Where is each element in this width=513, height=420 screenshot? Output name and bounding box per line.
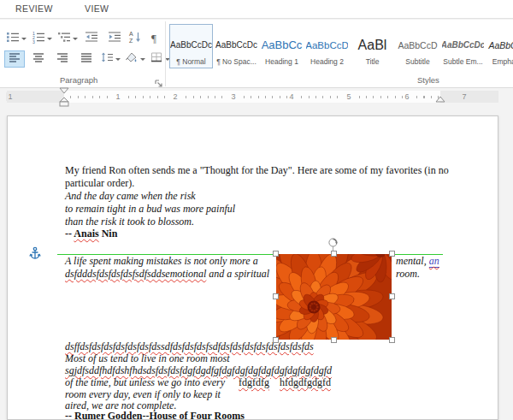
misspelled-word: hfdgdfgdgfd bbox=[280, 376, 331, 388]
rotate-handle[interactable] bbox=[327, 236, 339, 247]
wrap-line-right: room. bbox=[396, 268, 420, 280]
document-page[interactable]: My friend Ron often sends me a "Thought … bbox=[7, 115, 498, 420]
flower-photo bbox=[276, 254, 392, 340]
indent-marker-right[interactable] bbox=[435, 96, 445, 104]
attribution-line: -- Rumer Godden--House of Four Rooms bbox=[65, 410, 245, 420]
ruler-mark: 1 bbox=[6, 92, 15, 101]
paragraph-line: particular order). bbox=[65, 177, 134, 189]
align-right-icon bbox=[56, 50, 69, 68]
style-normal[interactable]: AaBbCcDc ¶ Normal bbox=[169, 24, 213, 68]
numbering-button[interactable]: 123 bbox=[30, 30, 54, 47]
ribbon: 123 AZ ¶ bbox=[0, 20, 513, 88]
misspelled-word: sgjdfsddfhdfdshfhdsdsfdsfdsfdgfdgdfgfdgf… bbox=[65, 364, 332, 376]
resize-handle-s[interactable] bbox=[331, 337, 337, 343]
paragraph-dialog-launcher[interactable] bbox=[154, 76, 163, 86]
resize-handle-w[interactable] bbox=[273, 293, 279, 299]
increase-indent-icon bbox=[108, 30, 121, 47]
style-name: ¶ Normal bbox=[176, 57, 205, 66]
style-sample: AaBbCcD bbox=[305, 35, 349, 57]
style-emphasis[interactable]: AaBbCcD Emphasis bbox=[486, 24, 513, 68]
style-sample: AaBbCcD bbox=[398, 35, 437, 57]
misspelled-word: fdgfdfg bbox=[239, 376, 269, 388]
style-subtle-emphasis[interactable]: AaBbCcDc Subtle Em... bbox=[441, 24, 485, 68]
style-heading-1[interactable]: AaBbCc Heading 1 bbox=[260, 24, 304, 68]
chevron-down-icon bbox=[47, 38, 52, 40]
shading-button[interactable] bbox=[123, 50, 147, 68]
shading-icon bbox=[125, 50, 139, 68]
pilcrow-icon: ¶ bbox=[151, 32, 156, 45]
align-center-icon bbox=[32, 50, 45, 68]
style-name: Subtitle bbox=[405, 57, 429, 66]
svg-text:3: 3 bbox=[32, 39, 35, 44]
style-sample: AaBbCcDc bbox=[441, 35, 485, 57]
object-anchor-icon bbox=[29, 246, 41, 260]
inserted-word[interactable]: an bbox=[429, 255, 439, 268]
styles-gallery: AaBbCcDc ¶ Normal AaBbCcDc ¶ No Spac... … bbox=[169, 24, 513, 68]
quote-line: than the risk it took to blossom. bbox=[65, 216, 194, 228]
style-sample: AaBbCcDc bbox=[215, 35, 257, 57]
sort-icon: AZ bbox=[128, 30, 142, 47]
flower-image[interactable] bbox=[276, 254, 392, 340]
style-sample: AaBbCc bbox=[262, 35, 303, 57]
style-sample: AaBbCcDc bbox=[170, 35, 212, 57]
ruler-mark: 2 bbox=[171, 92, 180, 101]
tab-view[interactable]: VIEW bbox=[85, 3, 109, 14]
indent-marker-left[interactable] bbox=[59, 87, 69, 108]
paragraph-line: room every day, even if only to keep it bbox=[65, 388, 221, 400]
justify-button[interactable] bbox=[76, 50, 97, 68]
style-name: Subtle Em... bbox=[443, 57, 482, 66]
style-heading-2[interactable]: AaBbCcD Heading 2 bbox=[305, 24, 349, 68]
ruler-mark: 6 bbox=[403, 92, 411, 101]
style-name: Title bbox=[366, 57, 380, 66]
styles-group-label: Styles bbox=[417, 75, 439, 85]
line-spacing-icon bbox=[100, 50, 114, 68]
quote-line: to remain tight in a bud was more painfu… bbox=[65, 203, 235, 215]
paragraph-line: of the time, but unless we go into every… bbox=[65, 376, 331, 388]
chevron-down-icon bbox=[115, 58, 121, 61]
style-no-spacing[interactable]: AaBbCcDc ¶ No Spac... bbox=[215, 24, 258, 68]
multilevel-list-icon bbox=[57, 30, 71, 47]
borders-button[interactable] bbox=[148, 50, 172, 68]
resize-handle-sw[interactable] bbox=[273, 337, 279, 343]
paragraph-line: Most of us tend to live in one room most bbox=[65, 352, 230, 364]
line-spacing-button[interactable] bbox=[98, 50, 122, 68]
decrease-indent-icon bbox=[85, 30, 98, 47]
decrease-indent-button[interactable] bbox=[82, 30, 101, 47]
resize-handle-nw[interactable] bbox=[273, 251, 279, 257]
resize-handle-se[interactable] bbox=[389, 337, 395, 343]
word-window: REVIEW VIEW 123 AZ ¶ bbox=[0, 0, 513, 420]
borders-icon bbox=[150, 50, 163, 68]
misspelled-word: Anais bbox=[74, 228, 98, 240]
style-title[interactable]: AaBl Title bbox=[351, 24, 394, 68]
resize-handle-ne[interactable] bbox=[389, 251, 395, 257]
paragraph-line: sgjdfsddfhdfdshfhdsdsfdsfdsfdgfdgdfgfdgf… bbox=[65, 364, 332, 376]
bullets-button[interactable] bbox=[4, 30, 28, 47]
chevron-down-icon bbox=[21, 38, 27, 40]
paragraph-line: My friend Ron often sends me a "Thought … bbox=[65, 164, 449, 176]
justify-icon bbox=[80, 50, 93, 68]
show-formatting-button[interactable]: ¶ bbox=[146, 30, 162, 47]
ruler-mark: 3 bbox=[229, 92, 238, 101]
sort-button[interactable]: AZ bbox=[126, 30, 144, 47]
style-subtitle[interactable]: AaBbCcD Subtitle bbox=[396, 24, 439, 68]
align-left-button[interactable] bbox=[4, 50, 25, 68]
wrap-line-left: dsfdddsfdsfdsfdsfsdfsddsemotional and a … bbox=[65, 268, 269, 280]
ruler-mark: 7 bbox=[460, 92, 469, 101]
increase-indent-button[interactable] bbox=[105, 30, 124, 47]
wrap-line-left: A life spent making mistakes is not only… bbox=[65, 255, 258, 267]
ruler-mark: 5 bbox=[345, 92, 353, 101]
horizontal-ruler[interactable]: 1 1 2 3 4 5 6 7 bbox=[7, 91, 498, 103]
align-right-button[interactable] bbox=[52, 50, 73, 68]
paragraph-group-label: Paragraph bbox=[60, 75, 97, 85]
style-name: Heading 2 bbox=[310, 57, 344, 66]
multilevel-list-button[interactable] bbox=[56, 30, 80, 47]
svg-text:Z: Z bbox=[129, 38, 133, 44]
bullets-icon bbox=[6, 30, 20, 47]
align-center-button[interactable] bbox=[28, 50, 49, 68]
wrap-line-right: mental, an bbox=[396, 255, 439, 267]
style-name: ¶ No Spac... bbox=[216, 57, 256, 66]
resize-handle-e[interactable] bbox=[389, 293, 395, 299]
tab-review[interactable]: REVIEW bbox=[15, 3, 53, 14]
svg-text:A: A bbox=[129, 31, 133, 37]
resize-handle-n[interactable] bbox=[331, 251, 337, 257]
